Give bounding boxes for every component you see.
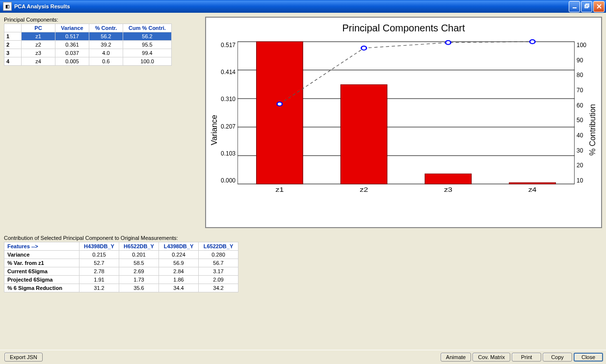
svg-rect-0 — [573, 7, 577, 8]
restore-button[interactable] — [581, 1, 592, 12]
export-jsn-button[interactable]: Export JSN — [4, 353, 43, 362]
principal-components-table[interactable]: PCVariance% Contr.Cum % Contri.1z10.5175… — [4, 24, 172, 66]
svg-text:z1: z1 — [276, 186, 284, 193]
table-row[interactable]: 3z30.0374.099.4 — [4, 49, 172, 57]
table-row[interactable]: Current 6Sigma2.782.692.843.17 — [4, 267, 238, 276]
svg-point-21 — [277, 102, 283, 106]
table-row[interactable]: % 6 Sigma Reduction31.235.634.434.2 — [4, 284, 238, 292]
table-row[interactable]: 4z40.0050.6100.0 — [4, 57, 172, 66]
svg-point-24 — [530, 40, 535, 44]
table-row[interactable]: 1z10.51756.256.2 — [4, 32, 172, 41]
table-row[interactable]: % Var. from z152.758.556.956.7 — [4, 259, 238, 267]
print-button[interactable]: Print — [512, 353, 541, 362]
chart-title: Principal Components Chart — [210, 23, 597, 34]
window-title: PCA Analysis Results — [14, 3, 569, 9]
svg-text:z3: z3 — [444, 186, 452, 193]
contrib-section-label: Contribution of Selected Principal Compo… — [4, 235, 602, 241]
close-button[interactable]: Close — [574, 353, 603, 362]
svg-text:z2: z2 — [360, 186, 368, 193]
y2-axis-label: % Contribution — [588, 37, 597, 223]
y2-ticks: 102030405060708090100 — [575, 42, 588, 184]
title-bar: ◧ PCA Analysis Results — [0, 0, 606, 13]
svg-rect-15 — [341, 85, 387, 184]
chart-panel: Principal Components Chart Variance 0.51… — [205, 17, 602, 228]
table-row[interactable]: 2z20.36139.295.5 — [4, 41, 172, 49]
chart-plot: z1z2z3z4 — [237, 37, 575, 223]
y1-ticks: 0.5170.4140.3100.2070.1030.000 — [219, 42, 237, 184]
svg-rect-1 — [585, 5, 588, 8]
svg-point-22 — [361, 46, 367, 50]
svg-rect-2 — [586, 4, 589, 7]
footer-bar: Export JSN Animate Cov. Matrix Print Cop… — [0, 350, 606, 364]
table-row[interactable]: Projected 6Sigma1.911.731.862.09 — [4, 276, 238, 284]
cov-matrix-button[interactable]: Cov. Matrix — [473, 353, 510, 362]
y1-axis-label: Variance — [210, 37, 219, 223]
svg-rect-19 — [509, 182, 555, 184]
close-window-button[interactable] — [593, 1, 605, 12]
svg-rect-13 — [257, 42, 303, 184]
copy-button[interactable]: Copy — [543, 353, 572, 362]
app-icon: ◧ — [3, 2, 12, 11]
svg-text:z4: z4 — [528, 186, 537, 193]
svg-rect-17 — [425, 174, 471, 184]
svg-point-23 — [446, 41, 451, 45]
animate-button[interactable]: Animate — [441, 353, 471, 362]
minimize-button[interactable] — [569, 1, 580, 12]
contribution-table[interactable]: Features -->H4398DB_YH6522DB_YL4398DB_YL… — [4, 242, 238, 292]
table-row[interactable]: Variance0.2150.2010.2240.280 — [4, 251, 238, 259]
pc-section-label: Principal Components: — [4, 17, 200, 23]
